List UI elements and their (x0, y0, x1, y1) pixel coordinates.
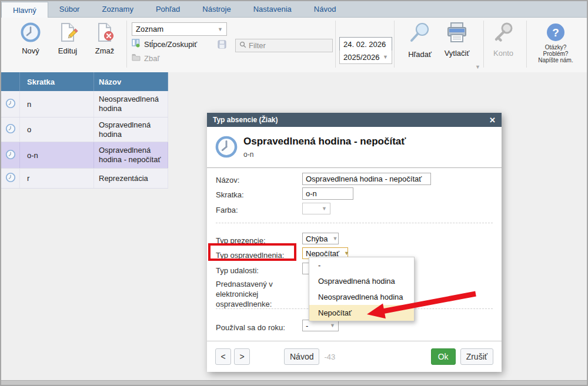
toolbar-separator (126, 21, 127, 68)
dropdown-option[interactable]: Neospravedlnená hodina (309, 289, 414, 305)
columns-icon (132, 39, 141, 49)
dialog-hero: Ospravedlnená hodina - nepočítať o-n (207, 127, 502, 168)
school-year-value: 2025/2026 (343, 53, 379, 62)
cell-nazov: Ospravedlnená hodina (99, 117, 168, 143)
menubar: Hlavný Súbor Zoznamy Pohľad Nástroje Nas… (1, 1, 587, 18)
menu-subor[interactable]: Súbor (48, 1, 91, 17)
skratka-label: Skratka: (216, 190, 244, 199)
new-button-label: Nový (16, 46, 45, 55)
typ-prezencie-label: Typ prezencie: (216, 236, 266, 245)
ok-button[interactable]: Ok (431, 348, 456, 365)
cell-nazov: Reprezentácia (99, 170, 151, 187)
typ-udalosti-label: Typ udalosti: (216, 266, 259, 275)
menu-hlavny[interactable]: Hlavný (1, 2, 48, 18)
typ-ospravedlnenia-dropdown-list: - Ospravedlnená hodina Neospravedlnená h… (309, 257, 415, 321)
farba-label: Farba: (216, 206, 238, 214)
filter-input[interactable]: Filter (235, 39, 333, 52)
account-button[interactable]: Konto (489, 21, 517, 58)
statusbar (1, 380, 587, 385)
help-line: Napíšte nám. (535, 57, 576, 63)
print-dropdown-arrow-icon[interactable]: ▼ (475, 64, 480, 70)
table-header-icon-col (1, 72, 20, 91)
clock-icon (5, 149, 16, 162)
clock-icon (5, 172, 16, 184)
new-button[interactable]: Nový (16, 22, 45, 55)
edit-document-icon (57, 22, 78, 45)
pouzival-value: - (306, 321, 308, 330)
skratka-input[interactable] (302, 187, 353, 200)
pouzival-select[interactable]: - ▼ (302, 320, 339, 331)
dropdown-option[interactable]: Ospravedlnená hodina (309, 273, 414, 289)
table-header-row: Skratka Názov (1, 72, 168, 91)
clock-icon (5, 98, 16, 110)
delete-button-label: Zmaž (91, 46, 119, 55)
search-button[interactable]: Hľadať (403, 21, 436, 59)
collapse-label: Zbaľ (144, 54, 159, 63)
print-button-label: Vytlačiť (439, 49, 475, 58)
chevron-down-icon: ▼ (218, 26, 223, 32)
pouzival-label: Používal sa do roku: (216, 323, 285, 332)
key-icon (491, 21, 516, 47)
table-header-nazov[interactable]: Názov (94, 72, 168, 91)
search-button-label: Hľadať (403, 50, 436, 59)
delete-button[interactable]: Zmaž (91, 22, 119, 55)
typ-prezencie-value: Chýba (306, 234, 328, 243)
app-window: Hlavný Súbor Zoznamy Pohľad Nástroje Nas… (0, 0, 588, 386)
view-select[interactable]: Zoznam ▼ (132, 22, 227, 36)
cell-skratka: o (20, 118, 94, 142)
menu-nastroje[interactable]: Nástroje (191, 1, 242, 17)
toolbar-separator (526, 21, 527, 68)
nazov-input[interactable] (302, 173, 431, 185)
date-field[interactable]: 24. 02. 2026 (339, 37, 392, 51)
help-line: Problém? (535, 51, 576, 57)
toolbar-separator (394, 21, 395, 68)
navod-button[interactable]: Návod (284, 348, 319, 365)
date-value: 24. 02. 2026 (343, 40, 386, 49)
menu-pohlad[interactable]: Pohľad (145, 1, 191, 17)
menu-nastavenia[interactable]: Nastavenia (242, 1, 303, 17)
edit-button[interactable]: Edituj (53, 22, 82, 55)
dropdown-option[interactable]: - (309, 257, 414, 273)
menu-zoznamy[interactable]: Zoznamy (91, 1, 144, 17)
columns-group-button[interactable]: Stĺpce/Zoskupiť (132, 39, 197, 49)
typ-prezencie-select[interactable]: Chýba ▼ (302, 233, 339, 244)
print-button[interactable]: Vytlačiť (439, 21, 475, 58)
menu-navod[interactable]: Návod (303, 1, 348, 17)
toolbar-separator (335, 21, 336, 68)
toolbar-separator (483, 21, 484, 68)
dropdown-option-highlighted[interactable]: Nepočítať (309, 305, 414, 321)
columns-group-label: Stĺpce/Zoskupiť (144, 40, 197, 49)
table-row[interactable]: n Neospravedlnená hodina (1, 91, 168, 118)
table-row[interactable]: o Ospravedlnená hodina (1, 118, 168, 142)
cancel-button[interactable]: Zrušiť (460, 348, 493, 365)
close-icon[interactable]: ✕ (489, 116, 496, 125)
school-year-select[interactable]: 2025/2026 ▼ (339, 51, 392, 64)
cell-skratka: n (20, 91, 94, 117)
cell-nazov: Ospravedlnená hodina - nepočítať (99, 142, 168, 168)
dialog-footer: < > Návod -43 Ok Zrušiť (207, 341, 502, 372)
help-button[interactable]: ? Otázky? Problém? Napíšte nám. (535, 22, 576, 63)
dialog-titlebar: Typ absencie (Žiak) ✕ (207, 113, 502, 127)
chevron-down-icon: ▼ (339, 250, 349, 256)
nazov-label: Názov: (216, 176, 239, 184)
next-record-button[interactable]: > (234, 348, 250, 365)
filter-placeholder: Filter (249, 41, 266, 50)
farba-select[interactable]: ▼ (302, 203, 330, 214)
folder-icon (132, 53, 141, 63)
divider (216, 223, 493, 223)
collapse-button[interactable]: Zbaľ (132, 53, 159, 63)
search-small-icon (239, 41, 246, 50)
account-button-label: Konto (489, 49, 517, 58)
save-layout-icon[interactable] (218, 40, 226, 51)
clock-icon (20, 22, 41, 45)
record-subtitle: o-n (243, 150, 253, 159)
table-header-skratka[interactable]: Skratka (20, 72, 94, 91)
prev-record-button[interactable]: < (215, 348, 231, 365)
table-row-selected[interactable]: o-n Ospravedlnená hodina - nepočítať (1, 142, 168, 169)
table-row[interactable]: r Reprezentácia (1, 169, 168, 189)
cell-nazov: Neospravedlnená hodina (99, 91, 168, 117)
chevron-down-icon: ▼ (383, 54, 388, 60)
absence-type-dialog: Typ absencie (Žiak) ✕ Ospravedlnená hodi… (207, 113, 502, 372)
record-title: Ospravedlnená hodina - nepočítať (243, 136, 406, 147)
search-icon (407, 21, 433, 48)
